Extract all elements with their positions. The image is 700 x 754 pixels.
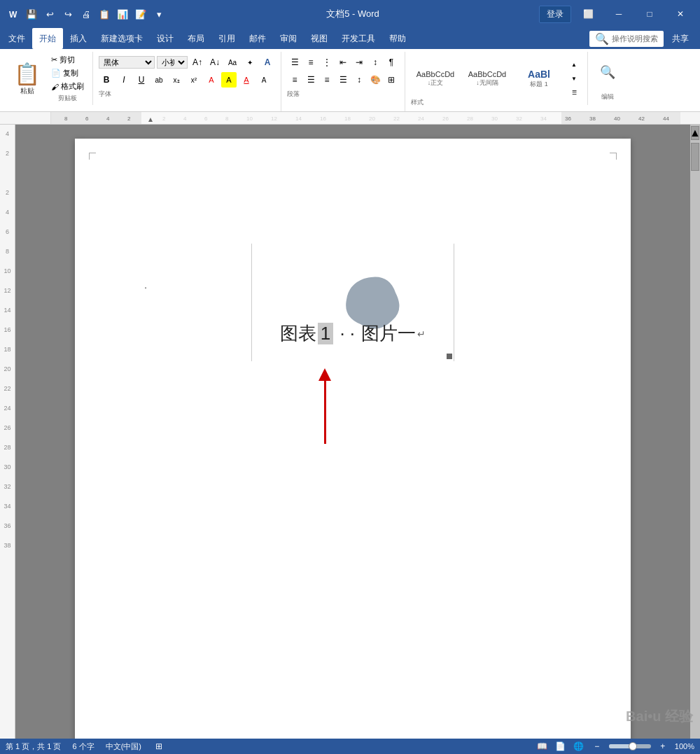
find-button[interactable]: 🔍 [594,55,622,90]
style-heading1[interactable]: AaBl 标题 1 [514,57,564,99]
decrease-indent-btn[interactable]: ⇤ [335,55,351,70]
more-quick-btn[interactable]: ▾ [151,6,167,22]
font-color-a-btn[interactable]: A [204,72,219,88]
redo-quick-btn[interactable]: ↪ [60,6,76,22]
font-size-select[interactable]: 小初 [157,56,188,69]
menu-insert[interactable]: 插入 [63,28,94,49]
insert-quick-btn[interactable]: 📝 [133,6,148,22]
maximize-button[interactable]: □ [636,4,664,25]
zoom-slider[interactable] [609,744,651,748]
paste-label: 粘贴 [20,86,34,96]
show-marks-btn[interactable]: ¶ [384,55,399,70]
image-resize-handle[interactable] [447,354,452,359]
close-button[interactable]: ✕ [666,4,694,25]
paragraph-group-label: 段落 [287,90,399,99]
font-case-btn[interactable]: Aa [225,55,240,70]
increase-font-btn[interactable]: A↑ [190,55,205,70]
svg-text:2: 2 [127,116,131,122]
page-info: 第 1 页，共 1 页 [6,741,61,752]
cut-button[interactable]: ✂ 剪切 [48,54,87,66]
format-painter-button[interactable]: 🖌 格式刷 [48,81,87,92]
border-btn[interactable]: ⊞ [384,72,399,88]
align-center-btn[interactable]: ☰ [303,72,318,88]
numbering-btn[interactable]: ≡ [303,55,318,70]
zoom-in-icon[interactable]: + [657,740,669,753]
bold-button[interactable]: B [99,72,114,88]
web-view-icon[interactable]: 🌐 [573,740,585,753]
decrease-font-btn[interactable]: A↓ [207,55,223,70]
ruler-num-34: 34 [4,503,10,522]
style-normal[interactable]: AaBbCcDd ↓正文 [411,57,460,99]
menu-mail[interactable]: 邮件 [242,28,273,49]
style-nospace-preview: AaBbCcDd [468,70,506,78]
share-button[interactable]: 共享 [668,32,693,46]
read-mode-icon[interactable]: 📖 [536,740,549,753]
style-up-btn[interactable]: ▲ [566,57,582,71]
char-border-btn[interactable]: A [256,72,272,88]
menu-review[interactable]: 审阅 [273,28,304,49]
strikethrough-btn[interactable]: ab [151,72,167,88]
font-name-select[interactable]: 黑体 [99,56,155,69]
align-left-btn[interactable]: ≡ [287,72,302,88]
increase-indent-btn[interactable]: ⇥ [351,55,367,70]
menu-dev[interactable]: 开发工具 [335,28,382,49]
text-effect-btn[interactable]: A [260,55,275,70]
ruler-num-26: 26 [4,424,10,444]
minimize-button[interactable]: ─ [605,4,633,25]
zoom-out-icon[interactable]: − [591,740,603,753]
title-center: 文档5 - Word [167,8,539,20]
table-quick-btn[interactable]: 📊 [115,6,130,22]
menu-help[interactable]: 帮助 [382,28,413,49]
clipboard-group-label: 剪贴板 [48,94,87,103]
vertical-scrollbar[interactable]: ▲ [690,125,700,739]
para-row-1: ☰ ≡ ⋮ ⇤ ⇥ ↕ ¶ [287,55,399,70]
undo-quick-btn[interactable]: ↩ [42,6,57,22]
document-scroll-area[interactable]: • [15,125,690,739]
highlight-btn[interactable]: A [221,72,237,88]
ruler-num-28: 28 [4,444,10,463]
style-h1-label: 标题 1 [530,80,548,89]
menu-file[interactable]: 文件 [1,28,32,49]
menu-home[interactable]: 开始 [32,28,63,49]
menu-references[interactable]: 引用 [211,28,242,49]
text-color-btn[interactable]: A [239,72,254,88]
scroll-thumb[interactable] [691,143,699,171]
clear-format-btn[interactable]: ✦ [242,55,258,70]
table-icon[interactable]: ⊞ [153,740,165,753]
line-spacing-btn[interactable]: ↕ [351,72,367,88]
document-page[interactable]: • [75,139,631,739]
italic-button[interactable]: I [116,72,132,88]
search-placeholder[interactable]: 操作说明搜索 [612,34,658,44]
ruler-num-24: 24 [4,405,10,424]
style-no-space[interactable]: AaBbCcDd ↓无间隔 [463,57,512,99]
menu-layout[interactable]: 布局 [181,28,211,49]
justify-btn[interactable]: ☰ [335,72,351,88]
bullets-btn[interactable]: ☰ [287,55,302,70]
sort-btn[interactable]: ↕ [368,55,383,70]
print-layout-icon[interactable]: 📄 [554,740,567,753]
multilevel-btn[interactable]: ⋮ [319,55,335,70]
menu-newtab[interactable]: 新建选项卡 [94,28,150,49]
copy-button[interactable]: 📄 复制 [48,67,87,79]
restore-down-button[interactable]: ⬜ [574,4,602,25]
style-more-btn[interactable]: ☰ [566,85,582,99]
paste-button[interactable]: 📋 粘贴 [8,52,46,105]
align-right-btn[interactable]: ≡ [319,72,335,88]
menu-view[interactable]: 视图 [304,28,335,49]
svg-text:4: 4 [106,116,110,122]
style-down-btn[interactable]: ▼ [566,71,582,85]
subscript-btn[interactable]: x₂ [169,72,184,88]
clipboard-quick-btn[interactable]: 📋 [97,6,112,22]
shading-btn[interactable]: 🎨 [368,72,383,88]
menu-design[interactable]: 设计 [150,28,181,49]
login-button[interactable]: 登录 [539,6,571,23]
save-quick-btn[interactable]: 💾 [24,6,39,22]
print-quick-btn[interactable]: 🖨 [78,6,94,22]
font-group: 黑体 小初 A↑ A↓ Aa ✦ A B I U ab x₂ x² A A A … [93,52,281,111]
superscript-btn[interactable]: x² [186,72,202,88]
underline-button[interactable]: U [134,72,149,88]
doc-caption[interactable]: 图表 1 · · 图片一 ↵ [131,321,575,346]
scroll-up-btn[interactable]: ▲ [691,126,699,140]
ruler-num-32: 32 [4,483,10,503]
zoom-thumb[interactable] [629,742,637,750]
